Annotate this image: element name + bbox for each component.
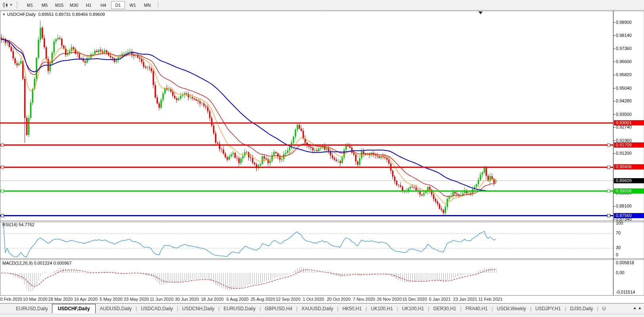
chart-symbol-label: USDCHF,Daily — [7, 12, 36, 17]
date-axis-label: 15 Dec 2020 — [402, 297, 427, 302]
price-axis-tick: 0.97360 — [616, 46, 632, 51]
tab-eurusd-daily[interactable]: EURUSD,Daily — [219, 304, 260, 313]
timeframe-buttons: M1M5M15M30H1H4D1W1MN — [23, 0, 155, 10]
tab-xauusd-daily[interactable]: XAUUSD,Daily — [298, 304, 337, 313]
date-axis-label: 11 Feb 2021 — [479, 297, 503, 302]
rsi-indicator-label: RSI(14) 54.7762 — [2, 222, 35, 227]
chart-shift-marker-icon[interactable] — [479, 12, 483, 14]
toolbar: ▼ M1M5M15M30H1H4D1W1MN — [0, 0, 644, 10]
rsi-axis-tick: 0 — [616, 252, 618, 257]
date-axis-label: 7 Nov 2020 — [353, 297, 375, 302]
mt4-window: ▼ M1M5M15M30H1H4D1W1MN ▼USDCHF,Daily 0.8… — [0, 0, 644, 317]
price-axis-tick: 0.95820 — [616, 72, 632, 77]
timeframe-button-h1[interactable]: H1 — [82, 1, 96, 9]
price-axis-tick: 0.98900 — [616, 20, 632, 25]
price-axis-tick: 0.95040 — [616, 86, 632, 90]
date-axis-label: 5 May 2020 — [100, 297, 122, 302]
tab-uk100-h1[interactable]: UK100,H1 — [398, 304, 428, 313]
date-axis-label: 16 Apr 2020 — [74, 297, 98, 302]
price-line-label[interactable]: 0.89006 — [614, 188, 644, 194]
timeframe-button-m1[interactable]: M1 — [23, 1, 37, 9]
rsi-axis-tick: 30 — [616, 245, 621, 250]
tab-usdchf-daily[interactable]: USDCHF,Daily — [52, 304, 96, 313]
chart-type-dropdown-icon[interactable]: ▼ — [10, 3, 13, 7]
tab-u[interactable]: U — [598, 304, 610, 313]
tab-scroll-controls: ◂ ▸ — [631, 305, 642, 311]
timeframe-button-m15[interactable]: M15 — [52, 1, 66, 9]
date-axis-label: 18 Jul 2020 — [201, 297, 223, 302]
chart-ohlc-values: 0.89551 0.89731 0.89456 0.89609 — [38, 12, 105, 17]
chart-canvas[interactable] — [0, 0, 644, 317]
current-price-label: 0.89609 — [614, 178, 644, 183]
timeframe-button-h4[interactable]: H4 — [96, 1, 110, 9]
timeframe-button-mn[interactable]: MN — [140, 1, 154, 9]
timeframe-button-m30[interactable]: M30 — [67, 1, 81, 9]
rsi-axis-tick: 70 — [616, 231, 621, 235]
date-axis-label: 25 Aug 2020 — [250, 297, 275, 302]
tab-dj30-daily[interactable]: DJ30,Daily — [566, 304, 597, 313]
date-axis-label: 23 Jan 2021 — [453, 297, 477, 302]
tab-gbpusd-h4[interactable]: GBPUSD,H4 — [261, 304, 296, 313]
price-line-label[interactable]: 0.90406 — [614, 164, 644, 169]
date-axis-label: 1 Oct 2020 — [303, 297, 324, 302]
macd-indicator-label: MACD(12,26,9) 0.001224 0.000967 — [2, 261, 71, 265]
date-axis-label: 11 Jun 2020 — [150, 297, 174, 302]
date-axis-label: 30 Jun 2020 — [175, 297, 199, 302]
price-axis-tick: 0.91200 — [616, 151, 632, 156]
tab-ger30-h1[interactable]: GER30,H1 — [429, 304, 460, 313]
tab-scroll-left-icon[interactable]: ◂ — [633, 305, 636, 310]
rsi-axis-tick: 100 — [616, 221, 623, 225]
tab-uk100-h1[interactable]: UK100,H1 — [367, 304, 397, 313]
price-line-label[interactable]: 0.87560 — [614, 213, 644, 218]
date-axis-label: 20 Oct 2020 — [327, 297, 351, 302]
collapse-arrow-icon[interactable]: ▼ — [2, 13, 6, 16]
price-axis-tick: 0.98140 — [616, 33, 632, 38]
macd-axis-tick: 0.00 — [616, 270, 624, 275]
tab-eurusd-daily[interactable]: EURUSD,Daily — [12, 304, 52, 313]
price-axis-tick: 0.93500 — [616, 112, 632, 117]
price-axis-tick: 0.94280 — [616, 98, 632, 103]
date-axis-label: 26 Nov 2020 — [377, 297, 402, 302]
chart-title: ▼USDCHF,Daily 0.89551 0.89731 0.89456 0.… — [2, 12, 105, 17]
date-axis-label: 10 Mar 2020 — [23, 297, 48, 302]
date-axis-label: 23 May 2020 — [124, 297, 149, 302]
tab-usdjpy-h1[interactable]: USDJPY,H1 — [531, 304, 565, 313]
tab-fra40-h1[interactable]: FRA40,H1 — [461, 304, 492, 313]
timeframe-button-w1[interactable]: W1 — [126, 1, 140, 9]
timeframe-button-d1[interactable]: D1 — [111, 1, 125, 9]
tab-usdcnh-daily[interactable]: USDCNH,Daily — [178, 304, 218, 313]
price-axis-tick: 0.88100 — [616, 204, 632, 208]
tab-usoil-weekly[interactable]: USOil,Weekly — [493, 304, 530, 313]
toolbar-grip[interactable] — [17, 2, 19, 8]
tab-scroll-right-icon[interactable]: ▸ — [639, 305, 641, 310]
price-line-label[interactable]: 0.93001 — [614, 120, 644, 125]
date-axis-label: 28 Mar 2020 — [48, 297, 73, 302]
price-axis-tick: 0.96600 — [616, 59, 632, 64]
date-axis-label: 6 Aug 2020 — [227, 297, 249, 302]
tab-hk50-h1[interactable]: HK50,H1 — [338, 304, 366, 313]
price-line-label[interactable]: 0.91709 — [614, 142, 644, 148]
candlestick-chart-icon[interactable] — [2, 2, 9, 8]
timeframe-button-m5[interactable]: M5 — [38, 1, 52, 9]
tab-usdcad-daily[interactable]: USDCAD,Daily — [137, 304, 177, 313]
date-axis-label: 20 Feb 2020 — [0, 297, 22, 302]
symbol-tab-bar: EURUSD,DailyUSDCHF,DailyAUDUSD,Daily|USD… — [0, 303, 644, 317]
tab-audusd-daily[interactable]: AUDUSD,Daily — [96, 304, 136, 313]
macd-axis-tick: 0.005818 — [616, 260, 634, 265]
date-axis-label: 5 Jan 2021 — [429, 297, 450, 302]
date-axis-label: 12 Sep 2020 — [276, 297, 300, 302]
macd-axis-tick: -0.011514 — [616, 290, 635, 294]
toolbar-separator — [158, 2, 158, 8]
